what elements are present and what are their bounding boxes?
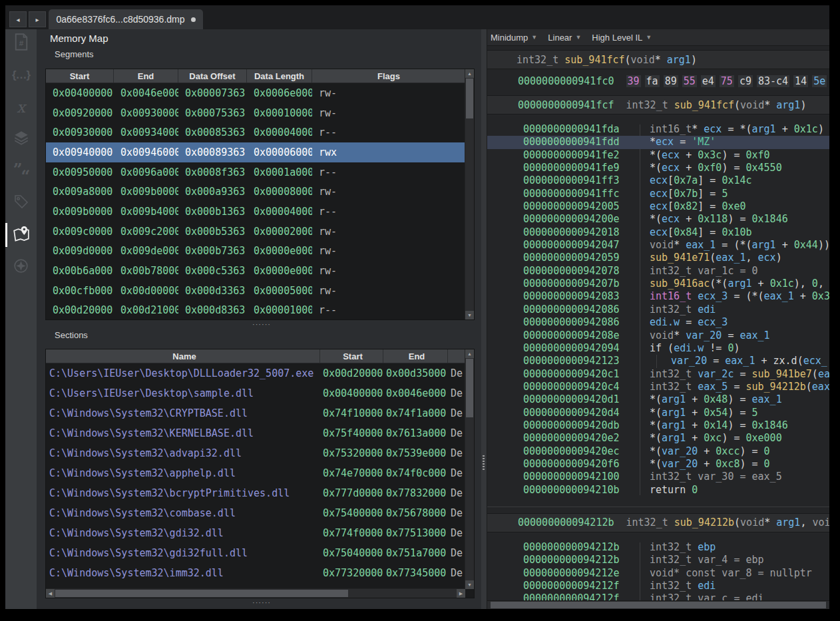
segments-vertical-scrollbar[interactable]: ▲ ▼: [465, 69, 474, 319]
il-level-dropdown[interactable]: High Level IL▼: [592, 33, 652, 43]
segment-row[interactable]: 0x004000000x0046e0000x000073630x0006e000…: [46, 83, 465, 103]
sidebar-item-types[interactable]: #: [5, 29, 37, 57]
code-line[interactable]: 000000000094212bint32_t ebp: [487, 541, 829, 554]
code-line[interactable]: 0000000000942086edi.w = ecx_3: [487, 316, 829, 329]
code-line[interactable]: 00000000009420e2*(arg1 + 0xc) = 0xe000: [487, 432, 829, 445]
column-header[interactable]: Start: [46, 69, 114, 83]
sections-vertical-scrollbar[interactable]: ▲ ▼: [465, 349, 474, 589]
function-header-line[interactable]: 000000000094212bint32_t sub_94212b(void*…: [487, 513, 829, 532]
segment-row[interactable]: 0x009b00000x009b40000x000b13630x00004000…: [46, 202, 465, 222]
code-line[interactable]: 000000000094212bint32_t var_4 = ebp: [487, 554, 829, 566]
column-header[interactable]: Flags: [312, 69, 465, 83]
scroll-right-icon[interactable]: ▶: [457, 589, 465, 598]
scrollbar-thumb[interactable]: [491, 602, 826, 608]
segment-row[interactable]: 0x00b6a0000x00b780000x000c53630x0000e000…: [46, 261, 465, 281]
scrollbar-thumb[interactable]: [466, 79, 473, 118]
column-header[interactable]: Name: [46, 349, 320, 363]
code-line[interactable]: 000000000094210breturn 0: [487, 484, 829, 497]
segment-row[interactable]: 0x009c00000x009c20000x000b53630x00002000…: [46, 222, 465, 242]
column-header[interactable]: Start: [320, 349, 383, 363]
sidebar-item-variables[interactable]: x: [5, 93, 37, 121]
view-type-dropdown[interactable]: Minidump▼: [491, 33, 537, 43]
forward-button[interactable]: ▸: [29, 11, 46, 27]
sidebar-item-strings[interactable]: “”: [5, 157, 37, 185]
code-line[interactable]: 0000000000942059sub_941e71(eax_1, ecx): [487, 252, 829, 264]
scroll-up-icon[interactable]: ▲: [465, 69, 474, 78]
hex-bytes-line[interactable]: 0000000000941fc039fa8955e475c983-c4145e5…: [487, 71, 829, 91]
code-line[interactable]: 000000000094208evoid* var_20 = eax_1: [487, 329, 829, 342]
code-line[interactable]: 0000000000941ffcecx[0x7b] = 5: [487, 188, 829, 200]
sidebar-item-compass[interactable]: [5, 253, 37, 281]
vertical-splitter[interactable]: [481, 29, 487, 609]
sidebar-item-functions[interactable]: {…}: [5, 61, 37, 89]
code-line[interactable]: 0000000000942083int16_t ecx_3 = (*(eax_1…: [487, 290, 829, 303]
segment-row[interactable]: 0x00cfb0000x00d000000x000d33630x00005000…: [46, 281, 465, 301]
sidebar-item-memory-map[interactable]: [5, 221, 37, 249]
code-line[interactable]: 0000000000941fe9*(ecx + 0xf0) = 0x4550: [487, 162, 829, 174]
column-header[interactable]: Data Length: [247, 69, 312, 83]
sidebar-item-tags[interactable]: [5, 189, 37, 217]
scroll-left-icon[interactable]: ◀: [46, 589, 55, 598]
code-line[interactable]: 0000000000942018ecx[0x84] = 0x10b: [487, 226, 829, 239]
segment-row[interactable]: 0x009200000x009300000x000753630x00010000…: [46, 103, 465, 123]
code-horizontal-scrollbar[interactable]: [487, 600, 829, 609]
code-line[interactable]: 000000000094200e*(ecx + 0x118) = 0x1846: [487, 213, 829, 226]
scroll-down-icon[interactable]: ▼: [465, 311, 474, 319]
column-header[interactable]: End: [114, 69, 178, 83]
code-line[interactable]: 0000000000941ff3ecx[0x7a] = 0x14c: [487, 174, 829, 187]
code-line[interactable]: 0000000000942005ecx[0x82] = 0xe0: [487, 200, 829, 213]
horizontal-splitter[interactable]: ······: [252, 600, 271, 604]
segment-row[interactable]: 0x00d200000x00d210000x000d83630x00001000…: [46, 301, 465, 319]
section-row[interactable]: C:\Windows\System32\bcryptPrimitives.dll…: [46, 483, 465, 503]
code-line[interactable]: 0000000000942100int32_t var_30 = eax_5: [487, 471, 829, 483]
scroll-up-icon[interactable]: ▲: [465, 349, 474, 358]
scroll-down-icon[interactable]: ▼: [465, 580, 474, 589]
column-header[interactable]: [448, 349, 465, 363]
section-row[interactable]: C:\Windows\System32\KERNELBASE.dll0x75f4…: [46, 423, 465, 443]
column-header[interactable]: End: [383, 349, 448, 363]
segment-row[interactable]: 0x009d00000x009de0000x000b73630x0000e000…: [46, 242, 465, 262]
back-button[interactable]: ◂: [9, 11, 27, 27]
sections-horizontal-scrollbar[interactable]: ◀ ▶: [46, 588, 465, 598]
layout-dropdown[interactable]: Linear▼: [548, 33, 581, 43]
code-line[interactable]: 00000000009420f6*(var_20 + 0xc8) = 0: [487, 458, 829, 471]
segment-row[interactable]: 0x009400000x009460000x000893630x00006000…: [46, 142, 465, 162]
file-tab[interactable]: 0a66e8376fc6...c8d50936.dmp: [49, 9, 203, 29]
section-row[interactable]: C:\Windows\System32\combase.dll0x7540000…: [46, 503, 465, 523]
code-line[interactable]: 0000000000942094if (edi.w != 0): [487, 342, 829, 355]
code-line[interactable]: 00000000009420db*(arg1 + 0x14) = 0x1846: [487, 419, 829, 432]
function-signature-band[interactable]: int32_t sub_941fcf(void* arg1): [487, 50, 829, 69]
code-line[interactable]: 00000000009420d1*(arg1 + 0x48) = eax_1: [487, 393, 829, 406]
code-line[interactable]: 00000000009420d4*(arg1 + 0x54) = 5: [487, 407, 829, 419]
code-line[interactable]: 000000000094212evoid* const var_8 = null…: [487, 567, 829, 580]
code-line[interactable]: 0000000000941fdd*ecx = 'MZ': [487, 136, 829, 148]
horizontal-splitter[interactable]: ······: [252, 322, 271, 326]
code-line[interactable]: 0000000000941fdaint16_t* ecx = *(arg1 + …: [487, 123, 829, 136]
code-line[interactable]: 000000000094207bsub_9416ac(*(arg1 + 0x1c…: [487, 278, 829, 290]
section-row[interactable]: C:\Windows\System32\gdi32full.dll0x75040…: [46, 543, 465, 563]
section-row[interactable]: C:\Windows\System32\CRYPTBASE.dll0x74f10…: [46, 403, 465, 423]
code-line[interactable]: 00000000009420c4int32_t eax_5 = sub_9421…: [487, 381, 829, 393]
code-line[interactable]: 0000000000941fe2*(ecx + 0x3c) = 0xf0: [487, 149, 829, 162]
function-header-line[interactable]: 0000000000941fcfint32_t sub_941fcf(void*…: [487, 95, 829, 114]
code-line[interactable]: 0000000000942047void* eax_1 = (*(arg1 + …: [487, 239, 829, 252]
scrollbar-thumb[interactable]: [55, 590, 348, 597]
section-row[interactable]: C:\Windows\System32\advapi32.dll0x753200…: [46, 443, 465, 463]
section-row[interactable]: C:\Windows\System32\apphelp.dll0x74e7000…: [46, 463, 465, 483]
sidebar-item-stack[interactable]: [5, 125, 37, 153]
scrollbar-thumb[interactable]: [466, 359, 473, 417]
code-line[interactable]: 000000000094212fint32_t edi: [487, 580, 829, 592]
code-line[interactable]: 00000000009420ec*(var_20 + 0xcc) = 0: [487, 445, 829, 458]
code-line[interactable]: 0000000000942123var_20 = eax_1 + zx.d(ec…: [487, 355, 829, 367]
segment-row[interactable]: 0x009a80000x009b00000x000a93630x00008000…: [46, 182, 465, 202]
code-line[interactable]: 00000000009420c1int32_t var_2c = sub_941…: [487, 368, 829, 381]
segment-row[interactable]: 0x009500000x0096a0000x0008f3630x0001a000…: [46, 162, 465, 182]
column-header[interactable]: Data Offset: [178, 69, 247, 83]
segment-row[interactable]: 0x009300000x009340000x000853630x00004000…: [46, 122, 465, 142]
section-row[interactable]: C:\Users\IEUser\Desktop\DLLLoader32_5007…: [46, 363, 465, 383]
section-row[interactable]: C:\Users\IEUser\Desktop\sample.dll0x0040…: [46, 383, 465, 403]
section-row[interactable]: C:\Windows\System32\gdi32.dll0x774f00000…: [46, 523, 465, 543]
code-line[interactable]: 0000000000942078int32_t var_1c = 0: [487, 265, 829, 278]
code-line[interactable]: 0000000000942086int32_t edi: [487, 304, 829, 316]
section-row[interactable]: C:\Windows\System32\imm32.dll0x773200000…: [46, 563, 465, 583]
